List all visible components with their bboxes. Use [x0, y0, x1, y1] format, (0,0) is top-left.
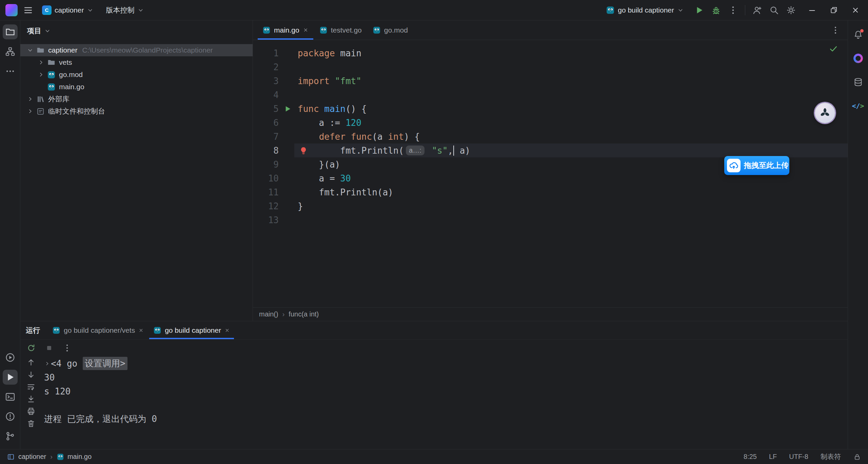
minimize-button[interactable]	[808, 6, 816, 15]
code-token: 120	[346, 118, 361, 128]
clear-console-icon[interactable]	[26, 419, 36, 428]
close-tab-icon[interactable]	[138, 328, 144, 333]
floating-assistant-ball[interactable]	[815, 103, 835, 123]
code-line-4[interactable]	[294, 88, 848, 102]
statusbar: captioner › main.go 8:25 LF UTF-8 制表符	[0, 449, 868, 464]
search-everywhere-button[interactable]	[769, 5, 779, 15]
chevron-right-icon[interactable]	[25, 96, 35, 102]
code-line-2[interactable]	[294, 60, 848, 74]
run-toolwindow-button[interactable]	[3, 370, 18, 385]
tab-testvet-go[interactable]: testvet.go	[314, 20, 367, 40]
chevron-down-icon[interactable]	[25, 47, 35, 54]
tree-item-external-libraries[interactable]: 外部库	[20, 93, 253, 105]
git-toolwindow-button[interactable]	[3, 429, 18, 444]
run-tab-captioner[interactable]: go build captioner	[149, 321, 235, 339]
code-token	[346, 132, 351, 142]
run-main-gutter-icon[interactable]	[284, 105, 292, 113]
code-line-3[interactable]: import "fmt"	[294, 74, 848, 88]
structure-toolwindow-button[interactable]	[3, 44, 18, 59]
more-actions-button[interactable]	[728, 5, 738, 15]
database-toolwindow-button[interactable]	[851, 75, 866, 90]
console-line-command[interactable]: <4 go 设置调用>	[44, 356, 848, 370]
tree-item-go-mod[interactable]: go.mod	[20, 69, 253, 81]
intention-bulb-icon[interactable]	[299, 146, 308, 155]
breadcrumb-item[interactable]: func(a int)	[278, 310, 319, 318]
code-line-5[interactable]: func main() {	[294, 102, 848, 116]
console-text: s 120	[44, 386, 71, 397]
tab-go-mod[interactable]: go.mod	[367, 20, 413, 40]
close-tab-icon[interactable]	[303, 27, 309, 33]
vcs-widget[interactable]: 版本控制	[102, 3, 147, 17]
code-line-7[interactable]: defer func(a int) {	[294, 130, 848, 143]
services-toolwindow-button[interactable]	[3, 350, 18, 365]
breadcrumb-item[interactable]: main()	[259, 310, 278, 318]
main-menu-icon[interactable]	[23, 5, 33, 15]
statusbar-file[interactable]: main.go	[67, 453, 92, 461]
code-token: fmt.Println(	[298, 146, 404, 156]
project-panel-header[interactable]: 项目	[20, 20, 253, 41]
go-file-icon	[57, 453, 64, 461]
tree-item-vets[interactable]: vets	[20, 56, 253, 69]
print-icon[interactable]	[26, 407, 36, 416]
code-token	[427, 146, 432, 156]
chevron-right-icon[interactable]	[25, 108, 35, 115]
down-stacktrace-icon[interactable]	[26, 370, 36, 379]
rerun-button[interactable]	[26, 343, 36, 353]
close-button[interactable]	[851, 6, 860, 15]
console-line-output[interactable]: s 120	[44, 384, 848, 398]
indent-widget[interactable]: 制表符	[821, 452, 841, 461]
scroll-to-end-icon[interactable]	[26, 394, 36, 404]
tab-main-go[interactable]: main.go	[257, 20, 314, 40]
problems-toolwindow-button[interactable]	[3, 409, 18, 424]
tree-item-captioner[interactable]: captioner C:\Users\meow\GolandProjects\c…	[20, 44, 253, 56]
code-line-12[interactable]: }	[294, 199, 848, 213]
stop-button[interactable]	[45, 344, 54, 352]
code-line-1[interactable]: package main	[294, 46, 848, 60]
readonly-lock-icon[interactable]	[853, 453, 861, 461]
debug-button[interactable]	[711, 5, 721, 15]
ai-assistant-button[interactable]	[851, 51, 866, 66]
console-line-exit-status[interactable]: 进程 已完成，退出代码为 0	[44, 412, 848, 426]
chevron-right-icon[interactable]	[36, 71, 46, 78]
encoding-widget[interactable]: UTF-8	[789, 453, 808, 461]
fold-expand-icon[interactable]	[44, 361, 50, 367]
web-preview-button[interactable]: </>	[851, 98, 866, 113]
run-console[interactable]: <4 go 设置调用> 30 s 120 进程 已完成，退出代码为 0	[41, 356, 848, 449]
console-line-output[interactable]: 30	[44, 370, 848, 384]
toolwindow-toggle-icon[interactable]	[7, 453, 15, 461]
line-separator-widget[interactable]: LF	[769, 453, 777, 461]
code-line-11[interactable]: fmt.Println(a)	[294, 185, 848, 199]
tree-item-main-go[interactable]: main.go	[20, 81, 253, 93]
console-text: 进程 已完成，退出代码为 0	[44, 413, 157, 425]
run-tab-vets[interactable]: go build captioner/vets	[47, 321, 149, 339]
terminal-toolwindow-button[interactable]	[3, 389, 18, 404]
parameter-hint-chip[interactable]: a…:	[406, 146, 425, 155]
tree-item-scratches[interactable]: 临时文件和控制台	[20, 105, 253, 117]
console-fold-chip[interactable]: 设置调用>	[83, 357, 127, 370]
console-text: <4 go	[51, 359, 83, 369]
gutter-line: 7	[253, 130, 294, 143]
up-stacktrace-icon[interactable]	[26, 358, 36, 367]
project-toolwindow-button[interactable]	[3, 24, 18, 39]
run-more-options-button[interactable]	[62, 343, 72, 353]
more-toolwindows-button[interactable]	[3, 64, 18, 79]
close-tab-icon[interactable]	[224, 328, 230, 333]
soft-wrap-icon[interactable]	[26, 382, 36, 391]
caret-position-widget[interactable]: 8:25	[744, 453, 757, 461]
statusbar-project[interactable]: captioner	[18, 453, 46, 461]
project-widget[interactable]: C captioner	[39, 3, 97, 17]
settings-button[interactable]	[786, 5, 796, 15]
notifications-button[interactable]	[851, 27, 866, 42]
editor-options-icon[interactable]	[831, 25, 840, 35]
code-line-8[interactable]: fmt.Println(a…: "s", a)	[294, 143, 848, 157]
restore-button[interactable]	[829, 6, 838, 15]
code-line-6[interactable]: a := 120	[294, 116, 848, 130]
run-config-widget[interactable]: go build captioner	[603, 3, 687, 17]
chevron-right-icon[interactable]	[36, 59, 46, 66]
run-button[interactable]	[694, 5, 704, 15]
inspections-ok-icon[interactable]	[829, 44, 838, 54]
drag-to-upload-button[interactable]: 拖拽至此上传	[724, 156, 789, 175]
library-icon	[35, 95, 45, 103]
code-with-me-button[interactable]	[752, 5, 762, 15]
code-line-13[interactable]	[294, 213, 848, 227]
